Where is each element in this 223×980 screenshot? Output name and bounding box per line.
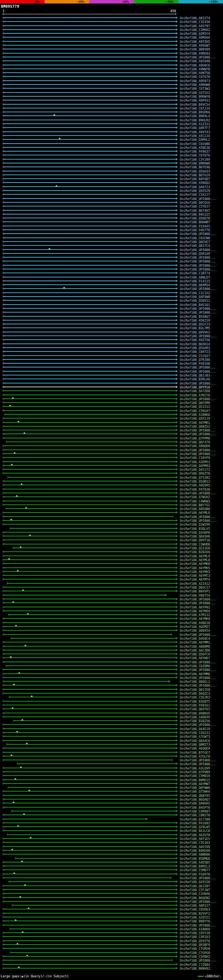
alignment-bar[interactable] (3, 167, 176, 167)
alignment-bar[interactable] (10, 952, 176, 953)
alignment-bar[interactable] (3, 332, 176, 332)
alignment-bar[interactable] (3, 689, 176, 690)
alignment-bar[interactable] (3, 791, 176, 792)
alignment-bar[interactable] (3, 249, 176, 250)
alignment-bar[interactable] (3, 501, 176, 501)
alignment-bar[interactable] (3, 815, 176, 815)
alignment-bar[interactable] (3, 434, 176, 434)
alignment-bar[interactable] (3, 100, 176, 100)
alignment-bar[interactable] (3, 885, 176, 886)
alignment-bar[interactable] (3, 131, 176, 132)
alignment-bar[interactable] (3, 854, 176, 854)
alignment-bar[interactable] (3, 469, 176, 470)
alignment-bar[interactable] (3, 41, 176, 42)
alignment-bar[interactable] (3, 571, 176, 572)
alignment-bar[interactable] (3, 539, 176, 540)
alignment-bar[interactable] (3, 728, 176, 729)
alignment-bar[interactable] (3, 33, 176, 34)
alignment-bar[interactable] (3, 496, 176, 497)
alignment-bar[interactable] (3, 175, 176, 175)
alignment-bar[interactable] (3, 917, 176, 918)
alignment-bar[interactable] (8, 787, 176, 788)
alignment-bar[interactable] (3, 320, 176, 321)
alignment-bar[interactable] (3, 772, 176, 772)
alignment-bar[interactable] (3, 438, 176, 438)
alignment-bar[interactable] (3, 245, 176, 246)
alignment-bar[interactable] (3, 780, 176, 780)
alignment-bar[interactable] (7, 834, 176, 835)
alignment-bar[interactable] (3, 673, 176, 674)
alignment-bar[interactable] (3, 371, 176, 372)
alignment-bar[interactable] (3, 355, 176, 356)
alignment-bar[interactable] (3, 567, 176, 568)
alignment-bar[interactable] (3, 104, 176, 105)
alignment-bar[interactable] (3, 308, 176, 309)
alignment-bar[interactable] (3, 956, 176, 957)
alignment-bar[interactable] (3, 536, 176, 536)
alignment-bar[interactable] (3, 339, 176, 340)
alignment-bar[interactable] (3, 293, 176, 293)
alignment-bar[interactable] (3, 190, 176, 191)
alignment-bar[interactable] (3, 76, 176, 77)
alignment-bar[interactable] (3, 151, 176, 151)
alignment-bar[interactable] (3, 465, 176, 466)
alignment-bar[interactable] (3, 618, 176, 619)
alignment-bar[interactable] (3, 253, 176, 254)
alignment-bar[interactable] (3, 226, 176, 226)
alignment-bar[interactable] (3, 88, 176, 89)
alignment-bar[interactable] (3, 316, 176, 317)
alignment-bar[interactable] (3, 84, 176, 85)
alignment-bar[interactable] (3, 344, 176, 344)
alignment-bar[interactable] (3, 383, 176, 383)
alignment-bar[interactable] (8, 477, 176, 478)
alignment-bar[interactable] (3, 634, 172, 635)
alignment-bar[interactable] (3, 783, 176, 784)
alignment-bar[interactable] (3, 622, 176, 623)
alignment-bar[interactable] (3, 603, 176, 603)
alignment-bar[interactable] (18, 764, 176, 764)
alignment-bar[interactable] (3, 265, 176, 266)
alignment-bar[interactable] (3, 194, 176, 195)
alignment-bar[interactable] (3, 210, 176, 211)
alignment-bar[interactable] (3, 716, 176, 717)
alignment-bar[interactable] (3, 237, 176, 238)
alignment-bar[interactable] (3, 563, 176, 564)
alignment-bar[interactable] (3, 324, 176, 325)
alignment-bar[interactable] (3, 202, 176, 203)
alignment-bar[interactable] (15, 858, 176, 859)
alignment-bar[interactable] (3, 422, 176, 423)
alignment-bar[interactable] (3, 221, 176, 222)
alignment-bar[interactable] (3, 968, 176, 969)
alignment-bar[interactable] (3, 650, 176, 651)
alignment-bar[interactable] (3, 406, 176, 407)
alignment-bar[interactable] (3, 807, 176, 808)
alignment-bar[interactable] (3, 49, 176, 49)
alignment-bar[interactable] (3, 846, 176, 847)
alignment-bar[interactable] (3, 685, 176, 686)
alignment-bar[interactable] (3, 347, 176, 348)
alignment-bar[interactable] (3, 626, 176, 627)
alignment-bar[interactable] (3, 241, 176, 242)
alignment-bar[interactable] (3, 740, 176, 741)
alignment-bar[interactable] (3, 277, 176, 277)
alignment-bar[interactable] (3, 925, 176, 926)
alignment-bar[interactable] (3, 936, 176, 937)
alignment-bar[interactable] (5, 414, 176, 415)
alignment-bar[interactable] (3, 724, 176, 725)
alignment-bar[interactable] (3, 426, 176, 426)
alignment-bar[interactable] (3, 681, 168, 682)
alignment-bar[interactable] (3, 559, 176, 560)
alignment-bar[interactable] (6, 665, 176, 666)
alignment-bar[interactable] (3, 450, 176, 450)
alignment-bar[interactable] (3, 336, 176, 336)
alignment-bar[interactable] (3, 214, 176, 215)
alignment-bar[interactable] (14, 720, 176, 721)
alignment-bar[interactable] (3, 909, 176, 909)
alignment-bar[interactable] (3, 351, 176, 352)
alignment-bar[interactable] (3, 304, 176, 305)
alignment-bar[interactable] (3, 25, 176, 26)
alignment-bar[interactable] (3, 830, 176, 831)
alignment-bar[interactable] (3, 96, 176, 97)
alignment-bar[interactable] (3, 18, 176, 18)
alignment-bar[interactable] (3, 269, 176, 269)
